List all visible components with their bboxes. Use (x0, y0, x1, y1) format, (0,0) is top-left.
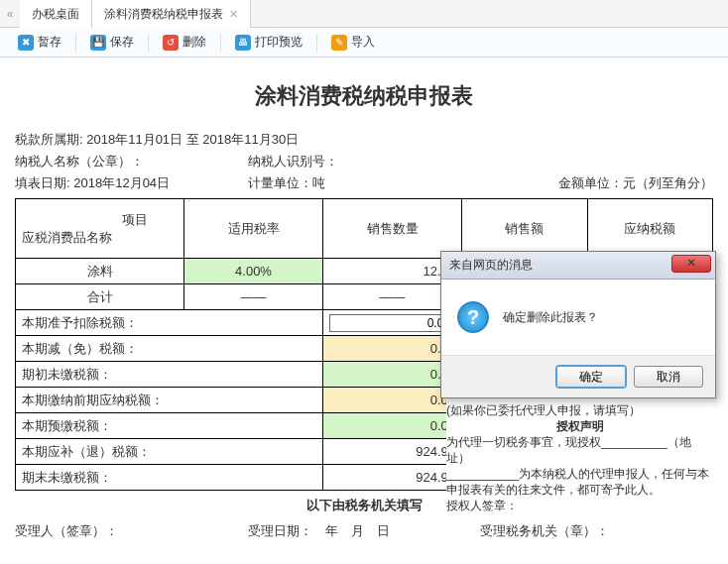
delete-icon: ↺ (163, 35, 179, 51)
side-line4b: ___________为本纳税人的代理申报人，任何与本申报表有关的往来文件，都可… (446, 466, 714, 498)
hdr-qty: 销售数量 (323, 199, 462, 259)
ok-button[interactable]: 确定 (556, 366, 626, 388)
pause-label: 暂存 (38, 34, 61, 51)
dialog-message: 确定删除此报表？ (503, 309, 598, 326)
row-label: 本期应补（退）税额： (16, 439, 323, 465)
row-label: 本期准予扣除税额： (16, 310, 323, 336)
hdr-sales: 销售额 (462, 199, 588, 259)
dialog-title: 来自网页的消息 (449, 257, 533, 274)
dialog-body: ? 确定删除此报表？ (441, 280, 715, 355)
payer-id-label: 纳税人识别号： (248, 154, 338, 169)
receive-org-label: 受理税务机关（章）： (480, 522, 713, 540)
amount-unit-label: 金额单位： (558, 175, 623, 190)
unit-value: 吨 (312, 175, 325, 190)
unit-label: 计量单位： (248, 175, 312, 190)
cancel-button[interactable]: 取消 (634, 366, 703, 388)
save-button[interactable]: 💾保存 (82, 32, 142, 53)
pause-icon: ✖ (18, 35, 34, 51)
receive-date-label: 受理日期： (248, 523, 312, 538)
import-label: 导入 (351, 34, 375, 51)
footer-row: 受理人（签章）： 受理日期： 年 月 日 受理税务机关（章）： (15, 518, 713, 540)
side-line3: 授权声明 (446, 418, 714, 434)
confirm-dialog: 来自网页的消息 ✕ ? 确定删除此报表？ 确定 取消 (440, 251, 716, 398)
fill-date-value: 2018年12月04日 (73, 175, 170, 190)
preview-label: 打印预览 (255, 34, 303, 51)
row-label: 期末未缴税额： (16, 465, 323, 491)
row-value: 924.92 (323, 439, 462, 465)
row-label: 本期减（免）税额： (16, 336, 323, 362)
row-value: 0.00 (323, 413, 462, 439)
toolbar-separator (220, 34, 221, 52)
period-value: 2018年11月01日 至 2018年11月30日 (86, 132, 299, 147)
pause-button[interactable]: ✖暂存 (10, 32, 69, 53)
dialog-buttons: 确定 取消 (441, 355, 715, 397)
tab-current-label: 涂料消费税纳税申报表 (104, 0, 223, 28)
hdr-item-bottom: 应税消费品名称 (22, 229, 178, 247)
period-label: 税款所属期: (15, 132, 83, 147)
question-icon: ? (457, 301, 489, 333)
side-line2: (如果你已委托代理人申报，请填写） (446, 402, 714, 418)
receiver-label: 受理人（签章）： (15, 522, 248, 540)
hdr-tax: 应纳税额 (587, 199, 713, 259)
dialog-titlebar[interactable]: 来自网页的消息 ✕ (441, 252, 715, 280)
cell-name: 涂料 (16, 259, 184, 284)
cell-rate: —— (184, 284, 323, 310)
import-icon: ✎ (331, 35, 347, 51)
tab-current[interactable]: 涂料消费税纳税申报表 ✕ (92, 0, 251, 28)
side-line4a: 为代理一切税务事宜，现授权__________（地址） (446, 434, 714, 466)
tabs-chevron-icon[interactable]: « (0, 7, 20, 21)
preview-button[interactable]: 🖶打印预览 (227, 32, 310, 53)
delete-label: 删除 (182, 34, 206, 51)
toolbar: ✖暂存 💾保存 ↺删除 🖶打印预览 ✎导入 (0, 28, 728, 57)
import-button[interactable]: ✎导入 (323, 32, 383, 53)
dialog-close-button[interactable]: ✕ (671, 255, 711, 273)
deduct-input[interactable] (329, 314, 455, 332)
toolbar-separator (316, 34, 317, 52)
page-title: 涂料消费税纳税申报表 (15, 67, 713, 129)
hdr-rate: 适用税率 (184, 199, 323, 259)
close-icon[interactable]: ✕ (229, 0, 238, 28)
row-label: 期初未缴税额： (16, 362, 323, 388)
hdr-item-top: 项目 (22, 211, 178, 229)
side-line5: 授权人签章： (446, 498, 714, 513)
tab-home-label: 办税桌面 (32, 0, 79, 28)
toolbar-separator (148, 34, 149, 52)
receive-date-value: 年 月 日 (325, 523, 390, 538)
payer-label: 纳税人名称（公章）： (15, 154, 144, 169)
save-label: 保存 (110, 34, 134, 51)
toolbar-separator (75, 34, 76, 52)
delete-button[interactable]: ↺删除 (155, 32, 214, 53)
print-icon: 🖶 (235, 35, 251, 51)
save-icon: 💾 (90, 35, 106, 51)
meta-block: 税款所属期: 2018年11月01日 至 2018年11月30日 纳税人名称（公… (15, 129, 713, 194)
hdr-item: 项目应税消费品名称 (16, 199, 184, 259)
fill-date-label: 填表日期: (15, 175, 70, 190)
amount-unit-value: 元（列至角分） (623, 175, 713, 190)
row-label: 本期缴纳前期应纳税额： (16, 388, 323, 413)
close-icon: ✕ (686, 256, 696, 270)
tab-home[interactable]: 办税桌面 (20, 0, 92, 28)
tab-bar: « 办税桌面 涂料消费税纳税申报表 ✕ (0, 0, 728, 28)
cell-name: 合计 (16, 284, 184, 310)
cell-rate: 4.00% (184, 259, 323, 284)
row-label: 本期预缴税额： (16, 413, 323, 439)
row-value: 924.92 (323, 465, 462, 491)
